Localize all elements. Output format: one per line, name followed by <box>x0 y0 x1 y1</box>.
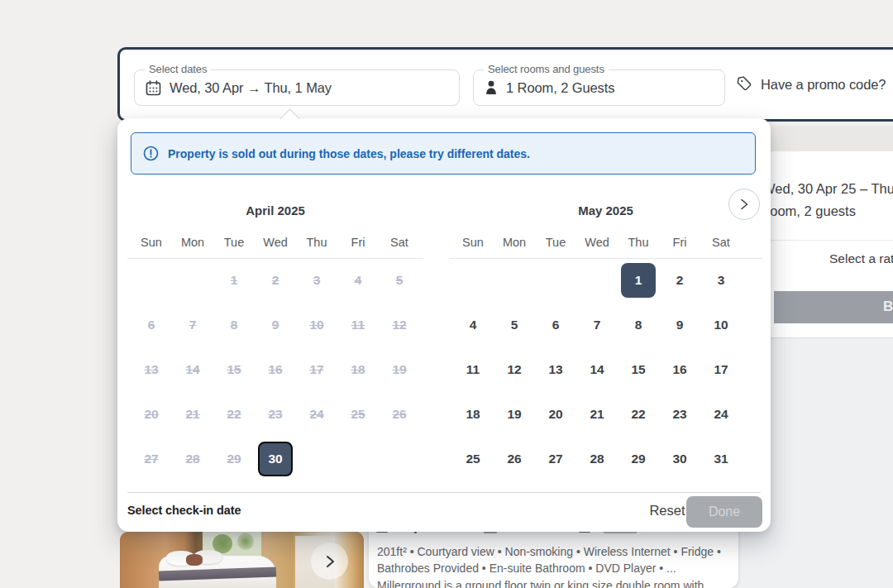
day-cell[interactable]: 30 <box>662 442 697 476</box>
day-cell[interactable]: 15 <box>621 352 656 387</box>
day-cell: 28 <box>175 442 210 476</box>
day-cell[interactable]: 30 <box>258 442 293 476</box>
day-cell[interactable]: 26 <box>497 442 532 476</box>
weekday-label: Thu <box>618 236 659 249</box>
rooms-guests-label: Select rooms and guests <box>484 63 609 75</box>
day-cell: 7 <box>175 308 210 342</box>
day-cell[interactable]: 2 <box>662 263 697 298</box>
day-cell[interactable]: 14 <box>580 352 614 387</box>
day-cell[interactable]: 20 <box>538 397 573 432</box>
checkin-status-text: Select check-in date <box>127 504 241 517</box>
day-cell[interactable]: 19 <box>497 397 532 432</box>
rooms-guests-value: 1 Room, 2 Guests <box>506 80 614 96</box>
footer-divider <box>127 492 761 493</box>
day-cell: 6 <box>134 308 169 342</box>
next-month-button[interactable] <box>728 189 760 220</box>
day-cell[interactable]: 25 <box>456 442 490 476</box>
day-cell: 22 <box>217 397 251 432</box>
done-button[interactable]: Done <box>686 496 762 528</box>
day-cell: 11 <box>341 308 375 342</box>
weekday-row: SunMonTueWedThuFriSat <box>131 236 420 249</box>
tag-icon <box>737 76 753 93</box>
summary-divider <box>771 240 893 241</box>
day-cell: 26 <box>382 397 417 432</box>
day-cell[interactable]: 11 <box>456 352 490 387</box>
calendar-icon <box>146 80 161 96</box>
day-cell[interactable]: 28 <box>580 442 614 476</box>
weekday-label: Fri <box>337 236 379 249</box>
weekday-label: Fri <box>659 236 700 249</box>
select-dates-field[interactable]: Select dates Wed, 30 Apr → Thu, 1 May <box>134 69 460 106</box>
day-cell[interactable]: 27 <box>538 442 573 476</box>
day-cell[interactable]: 22 <box>621 397 656 432</box>
day-cell[interactable]: 12 <box>497 352 532 387</box>
day-cell-blank <box>580 263 614 298</box>
day-cell[interactable]: 5 <box>497 308 532 342</box>
weekday-label: Sun <box>131 236 172 249</box>
day-cell[interactable]: 24 <box>704 397 738 432</box>
weekday-row: SunMonTueWedThuFriSat <box>452 236 742 249</box>
room-photo <box>120 532 364 588</box>
day-cell: 14 <box>175 352 210 387</box>
day-cell[interactable]: 8 <box>621 308 656 342</box>
photo-pillow <box>186 554 203 566</box>
day-cell: 8 <box>217 308 251 342</box>
book-button-label: Book <box>883 299 893 315</box>
weekday-label: Sun <box>452 236 494 249</box>
photo-greenery <box>237 533 255 549</box>
weekday-label: Sat <box>379 236 420 249</box>
book-button[interactable]: Book <box>774 291 893 323</box>
day-cell[interactable]: 7 <box>580 308 614 342</box>
weekday-label: Tue <box>213 236 255 249</box>
rooms-guests-field[interactable]: Select rooms and guests 1 Room, 2 Guests <box>473 69 725 106</box>
day-cell[interactable]: 31 <box>704 442 738 476</box>
day-cell[interactable]: 23 <box>662 397 697 432</box>
day-cell: 24 <box>299 397 334 432</box>
day-cell[interactable]: 16 <box>662 352 697 387</box>
day-cell[interactable]: 4 <box>456 308 490 342</box>
day-cell: 12 <box>382 308 417 342</box>
day-cell: 19 <box>382 352 417 387</box>
day-cell: 17 <box>299 352 334 387</box>
weekday-label: Thu <box>296 236 337 249</box>
sold-out-alert-text: Property is sold out during those dates,… <box>168 147 530 160</box>
day-grid: 1234567891011121314151617181920212223242… <box>452 258 742 481</box>
day-cell: 10 <box>299 308 334 342</box>
day-cell[interactable]: 6 <box>538 308 573 342</box>
day-cell: 13 <box>134 352 169 387</box>
rate-prompt: Select a rate <box>829 251 893 266</box>
month-title: May 2025 <box>449 203 762 219</box>
day-cell: 25 <box>341 397 375 432</box>
day-cell: 3 <box>299 263 334 298</box>
day-cell[interactable]: 13 <box>538 352 573 387</box>
month-title: April 2025 <box>127 203 423 219</box>
calendar-month-may: May 2025 SunMonTueWedThuFriSat 123456789… <box>449 203 762 219</box>
day-cell[interactable]: 3 <box>704 263 738 298</box>
day-cell: 2 <box>258 263 293 298</box>
day-cell-blank <box>497 263 532 298</box>
day-cell[interactable]: 18 <box>456 397 490 432</box>
day-cell[interactable]: 1 <box>621 263 656 298</box>
day-cell: 23 <box>258 397 293 432</box>
day-cell-blank <box>134 263 169 298</box>
day-grid: 1234567891011121314151617181920212223242… <box>131 258 420 481</box>
day-cell[interactable]: 21 <box>580 397 614 432</box>
room-amenities: 201ft² • Courtyard view • Non-smoking • … <box>377 544 734 576</box>
chevron-right-icon <box>738 198 750 210</box>
day-cell[interactable]: 29 <box>621 442 656 476</box>
chevron-right-icon <box>323 555 337 568</box>
summary-dates: Wed, 30 Apr 25 – Thu, <box>762 181 893 197</box>
day-cell[interactable]: 10 <box>704 308 738 342</box>
day-cell: 1 <box>217 263 251 298</box>
calendar-month-april: April 2025 SunMonTueWedThuFriSat 1234567… <box>127 203 423 219</box>
day-cell: 20 <box>134 397 169 432</box>
day-cell[interactable]: 17 <box>704 352 738 387</box>
person-icon <box>485 80 498 95</box>
promo-code-label: Have a promo code? <box>761 77 886 93</box>
day-cell[interactable]: 9 <box>662 308 697 342</box>
day-cell: 18 <box>341 352 375 387</box>
room-description: Millerground is a ground floor twin or k… <box>377 578 734 588</box>
day-cell: 15 <box>217 352 251 387</box>
promo-code-link[interactable]: Have a promo code? <box>737 76 886 93</box>
photo-next-button[interactable] <box>311 543 348 580</box>
